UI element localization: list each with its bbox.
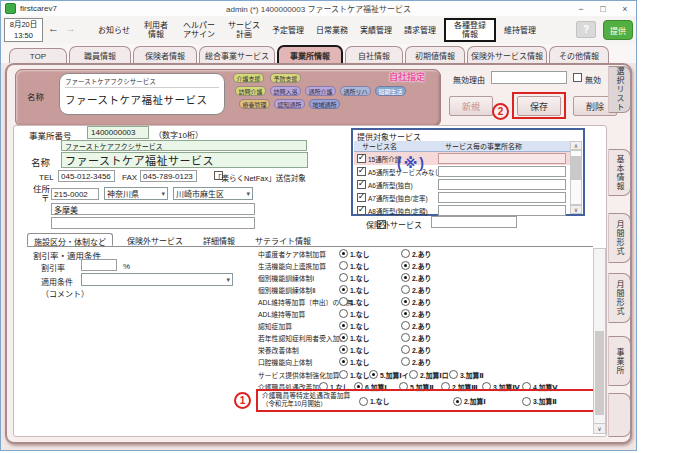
service-checkbox[interactable]: ✓	[357, 154, 366, 163]
menu-riyousha-jouhou[interactable]: 利用者情報	[138, 21, 174, 39]
menu-service-keikaku[interactable]: サービス計画	[224, 21, 264, 39]
invalid-reason-input[interactable]	[491, 71, 567, 84]
addon-row: 個別機能訓練体制Ⅱ 1.なし 2.あり	[258, 284, 603, 295]
side-tab-blank[interactable]	[608, 393, 631, 437]
subtab-shousai-jouhou[interactable]: 詳細情報	[197, 233, 241, 246]
service-office-input[interactable]	[438, 205, 566, 216]
radio-option[interactable]: 1.なし	[339, 309, 369, 319]
radio-option[interactable]: 1.なし	[339, 261, 369, 271]
radio-option[interactable]: 2.あり	[401, 249, 431, 259]
service-office-input[interactable]	[438, 179, 566, 190]
service-office-input[interactable]	[438, 153, 566, 164]
tab-top[interactable]: TOP	[9, 48, 67, 63]
scrollbar-thumb[interactable]	[595, 331, 604, 415]
radio-option[interactable]: 1.なし	[339, 273, 369, 283]
back-arrow-icon[interactable]: ←	[48, 22, 59, 34]
scroll-down-button[interactable]: ∨	[593, 423, 606, 434]
menu-nichijou-gyoumu[interactable]: 日常業務	[312, 26, 352, 35]
city-select[interactable]: 川崎市麻生区 ▾	[173, 187, 253, 200]
radio-option[interactable]: 2.あり	[401, 333, 431, 343]
col-service-name: サービス名	[362, 141, 397, 151]
tab-sonota-jouhou[interactable]: その他情報	[549, 46, 609, 63]
service-checkbox[interactable]: ✓	[357, 206, 366, 215]
radio-option[interactable]: 2.あり	[401, 261, 431, 271]
radio-option[interactable]: 2.あり	[401, 273, 431, 283]
address-line1-input[interactable]: 多摩美	[51, 203, 255, 215]
badge-yobou-shien: 予防支援	[270, 73, 301, 83]
tab-hokengai-service-jouhou[interactable]: 保険外サービス情報	[467, 46, 547, 63]
side-tab-kihon-jouhou[interactable]: 基本情報	[608, 149, 631, 196]
radio-option[interactable]: 1.なし	[339, 333, 369, 343]
radio-option[interactable]: 2.あり	[401, 357, 431, 367]
radio-option[interactable]: 2.あり	[401, 321, 431, 331]
radio-option[interactable]: 1.なし	[339, 297, 369, 307]
service-office-input[interactable]	[438, 166, 566, 177]
radio-option[interactable]: 1.なし	[339, 345, 369, 355]
tel-input[interactable]: 045-012-3456	[58, 170, 115, 182]
radio-option[interactable]: 2.あり	[401, 309, 431, 319]
service-checkbox[interactable]: ✓	[357, 180, 366, 189]
menu-iji-kanri[interactable]: 維持管理	[500, 26, 540, 35]
invalid-checkbox[interactable]	[573, 73, 582, 82]
scroll-up-button[interactable]: ∧	[570, 141, 582, 150]
subtab-shisetsu-kubun-selected[interactable]: 施設区分・体制など	[27, 233, 113, 246]
annotation-circle-2: 2	[492, 103, 509, 120]
radio-option[interactable]: 1.なし	[339, 370, 369, 380]
service-office-input[interactable]	[438, 192, 566, 203]
radio-option[interactable]: 2.あり	[401, 285, 431, 295]
radio-option[interactable]: 3.加算Ⅱ	[522, 396, 557, 406]
outside-service-input[interactable]	[431, 216, 517, 228]
radio-option[interactable]: 2.加算Ⅰ	[453, 396, 486, 406]
tab-jisha-jouhou[interactable]: 自社情報	[345, 46, 403, 63]
provide-button[interactable]: 提供	[603, 20, 633, 40]
radio-option[interactable]: 2.あり	[401, 297, 431, 307]
radio-option[interactable]: 1.なし	[339, 285, 369, 295]
tab-shokuin-jouhou[interactable]: 職員情報	[69, 46, 131, 63]
radio-option[interactable]: 2.加算Ⅰロ	[409, 370, 449, 380]
radio-option[interactable]: 1.なし	[359, 396, 389, 406]
office-number-input[interactable]: 1400000003	[87, 126, 149, 139]
menu-kakushu-touroku-selected[interactable]: 各種登録情報	[444, 18, 496, 42]
menu-jisseki-kanri[interactable]: 実績管理	[356, 26, 396, 35]
discount-rate-input[interactable]	[81, 259, 117, 271]
name-input[interactable]: ファーストケア福祉サービス	[61, 152, 308, 168]
help-button[interactable]: ?	[576, 21, 596, 38]
radio-option[interactable]: 5.加算Ⅰイ	[369, 370, 409, 380]
side-tab-gekkan-keishiki-2[interactable]: 月間形式	[608, 273, 631, 323]
date-time-display[interactable]: 8月20日 13:50	[4, 18, 43, 42]
address-line2-input[interactable]	[51, 217, 255, 229]
menu-helper-assign[interactable]: ヘルパーアサイン	[178, 21, 220, 39]
menu-yotei-kanri[interactable]: 予定管理	[268, 26, 308, 35]
scrollbar-thumb[interactable]	[571, 156, 581, 180]
tab-jigyousho-jouhou-selected[interactable]: 事業所情報	[277, 45, 343, 63]
apply-condition-select[interactable]: ▾	[81, 273, 233, 286]
scroll-down-button[interactable]: ∨	[570, 205, 582, 214]
service-checkbox[interactable]: ✓	[357, 193, 366, 202]
radio-option[interactable]: 3.加算Ⅱ	[449, 370, 484, 380]
side-tab-gekkan-keishiki-1[interactable]: 月間形式	[608, 213, 631, 263]
forward-arrow-icon[interactable]: →	[65, 22, 76, 34]
service-checkbox[interactable]: ✓	[357, 167, 366, 176]
furigana-input[interactable]: ファーストケアフクシサービス	[61, 140, 307, 151]
tab-shokichi-jouhou[interactable]: 初期値情報	[405, 46, 465, 63]
minimize-button[interactable]: −	[570, 2, 592, 16]
badge-tsuusho-riha: 通所リハ	[340, 86, 371, 96]
new-button[interactable]: 新規	[449, 96, 493, 116]
close-button[interactable]: ×	[614, 2, 636, 16]
menu-seikyuu-kanri[interactable]: 請求管理	[400, 26, 440, 35]
tab-hokensha-jouhou[interactable]: 保険者情報	[133, 46, 197, 63]
radio-option[interactable]: 1.なし	[339, 249, 369, 259]
prefecture-select[interactable]: 神奈川県 ▾	[104, 187, 168, 200]
tab-sougou-jigyou-service[interactable]: 総合事業サービス	[199, 46, 275, 63]
side-tab-sentaku-list[interactable]: 選択リスト	[608, 66, 631, 113]
radio-option[interactable]: 1.なし	[339, 357, 369, 367]
side-tab-jigyousho[interactable]: 事業所	[608, 336, 631, 386]
fax-input[interactable]: 045-789-0123	[140, 170, 197, 182]
maximize-button[interactable]: □	[592, 2, 614, 16]
postal-input[interactable]: 215-0002	[51, 188, 99, 200]
netfax-label: 「楽らくNetFax」送信対象	[214, 172, 306, 183]
subtab-hokengai-service[interactable]: 保険外サービス	[121, 233, 189, 246]
menu-oshirase[interactable]: お知らせ	[94, 26, 134, 35]
radio-option[interactable]: 2.あり	[401, 345, 431, 355]
radio-option[interactable]: 1.なし	[339, 321, 369, 331]
